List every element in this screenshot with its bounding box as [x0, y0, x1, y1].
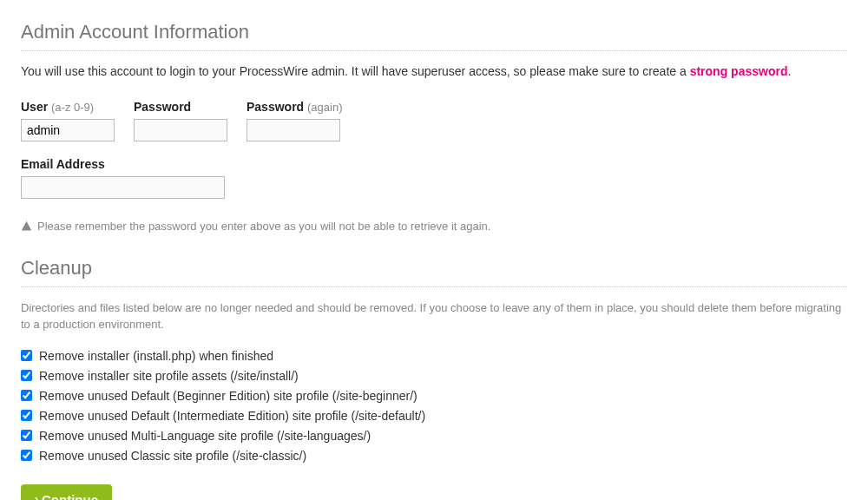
admin-section-title: Admin Account Information	[21, 21, 847, 51]
warning-icon	[21, 220, 32, 232]
cleanup-item[interactable]: Remove installer (install.php) when fini…	[21, 349, 847, 363]
strong-password-link[interactable]: strong password	[690, 64, 788, 78]
continue-button[interactable]: › Continue	[21, 484, 112, 500]
password-input[interactable]	[134, 119, 227, 141]
cleanup-item[interactable]: Remove unused Classic site profile (/sit…	[21, 449, 847, 463]
password2-field-block: Password (again)	[247, 100, 343, 141]
cleanup-checkbox[interactable]	[21, 390, 32, 401]
cleanup-item[interactable]: Remove unused Default (Beginner Edition)…	[21, 389, 847, 403]
cleanup-item-label: Remove unused Classic site profile (/sit…	[39, 449, 306, 463]
email-input[interactable]	[21, 176, 225, 199]
cleanup-item-label: Remove installer site profile assets (/s…	[39, 369, 299, 383]
admin-intro: You will use this account to login to yo…	[21, 63, 847, 81]
password2-label: Password (again)	[247, 100, 343, 114]
admin-intro-prefix: You will use this account to login to yo…	[21, 64, 690, 78]
password-note-text: Please remember the password you enter a…	[37, 220, 490, 233]
cleanup-item-label: Remove unused Default (Beginner Edition)…	[39, 389, 418, 403]
user-label-hint: (a-z 0-9)	[51, 101, 94, 114]
cleanup-item-label: Remove unused Multi-Language site profil…	[39, 429, 371, 443]
cleanup-list: Remove installer (install.php) when fini…	[21, 349, 847, 463]
user-label: User (a-z 0-9)	[21, 100, 115, 114]
cleanup-section-title: Cleanup	[21, 257, 847, 287]
cleanup-checkbox[interactable]	[21, 430, 32, 441]
cleanup-checkbox[interactable]	[21, 370, 32, 381]
cleanup-item[interactable]: Remove unused Default (Intermediate Edit…	[21, 409, 847, 423]
password-field-block: Password	[134, 100, 227, 141]
user-field-block: User (a-z 0-9)	[21, 100, 115, 141]
cleanup-item-label: Remove installer (install.php) when fini…	[39, 349, 273, 363]
email-label: Email Address	[21, 157, 847, 171]
password2-input[interactable]	[247, 119, 340, 141]
cleanup-item[interactable]: Remove installer site profile assets (/s…	[21, 369, 847, 383]
credentials-row: User (a-z 0-9) Password Password (again)	[21, 100, 847, 141]
password-label: Password	[134, 100, 227, 114]
user-input[interactable]	[21, 119, 115, 141]
cleanup-checkbox[interactable]	[21, 350, 32, 361]
cleanup-description: Directories and files listed below are n…	[21, 299, 847, 333]
cleanup-checkbox[interactable]	[21, 450, 32, 461]
password2-label-text: Password	[247, 100, 304, 114]
cleanup-item-label: Remove unused Default (Intermediate Edit…	[39, 409, 425, 423]
cleanup-item[interactable]: Remove unused Multi-Language site profil…	[21, 429, 847, 443]
chevron-right-icon: ›	[35, 494, 38, 500]
password-note: Please remember the password you enter a…	[21, 220, 847, 233]
admin-intro-suffix: .	[787, 64, 791, 78]
email-field-block: Email Address	[21, 157, 847, 199]
cleanup-checkbox[interactable]	[21, 410, 32, 421]
continue-button-label: Continue	[42, 492, 98, 500]
password2-label-hint: (again)	[307, 101, 342, 114]
user-label-text: User	[21, 100, 48, 114]
